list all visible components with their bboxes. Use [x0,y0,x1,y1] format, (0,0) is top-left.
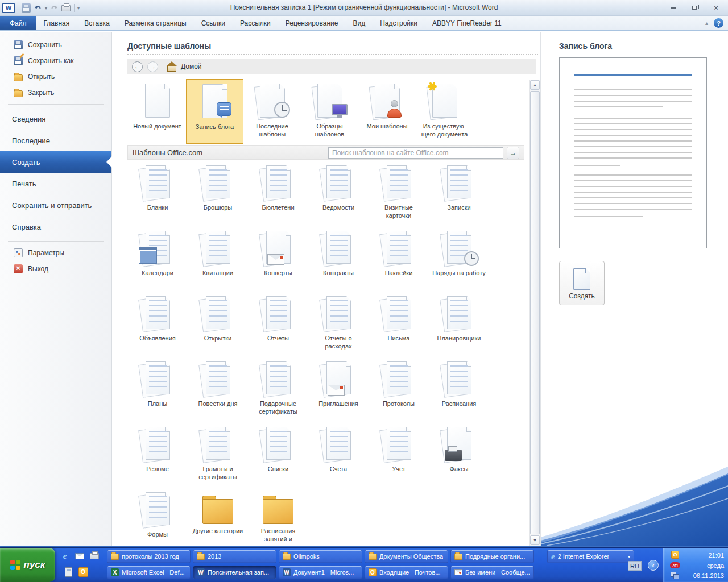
taskbar-button-folder[interactable]: Подрядные органи... [450,550,534,563]
template-memos[interactable]: Записки [429,163,489,228]
tab-insert[interactable]: Вставка [77,16,117,30]
template-schedules[interactable]: Расписания [429,359,489,425]
tab-view[interactable]: Вид [345,16,373,30]
template-plans[interactable]: Планы [127,359,188,425]
template-brochures[interactable]: Брошюры [188,163,248,228]
sidebar-item-options[interactable]: Параметры [0,245,111,261]
taskbar-button-new-message[interactable]: Без имени - Сообще... [450,566,534,579]
template-planners[interactable]: Планировщики [429,294,489,359]
template-lists[interactable]: Списки [248,425,308,490]
language-indicator[interactable]: RU [628,561,642,571]
tab-references[interactable]: Ссылки [194,16,233,30]
template-labels[interactable]: Наклейки [369,228,429,294]
template-minutes[interactable]: Протоколы [369,359,429,425]
template-certificates[interactable]: Грамоты и сертификаты [188,425,248,490]
taskbar-button-folder[interactable]: 2013 [193,550,276,563]
tab-addins[interactable]: Надстройки [373,16,425,30]
scrollbar-thumb[interactable] [530,91,540,534]
group-dropdown-icon[interactable]: ▾ [628,554,630,559]
quicklaunch-calculator[interactable] [63,566,74,577]
sidebar-item-save-as[interactable]: Сохранить как [0,53,111,69]
quicklaunch-outlook[interactable] [77,566,89,577]
tab-abbyy-finereader[interactable]: ABBYY FineReader 11 [425,16,509,30]
tray-ati-icon[interactable] [670,562,680,568]
template-receipts[interactable]: Квитанции [188,228,248,294]
taskbar-button-outlook-inbox[interactable]: Входящие - Почтов... [365,566,448,579]
template-gift-certificates[interactable]: Подарочные сертификаты [248,359,308,425]
template-sample-templates[interactable]: Образцы шаблонов [301,79,358,144]
collapse-ribbon-icon[interactable]: ▴ [705,20,708,26]
scroll-up-icon[interactable]: ▲ [530,80,540,90]
sidebar-item-save[interactable]: Сохранить [0,37,111,53]
taskbar-button-folder[interactable]: протоколы 2013 год [107,550,191,563]
sidebar-item-help[interactable]: Справка [0,216,111,238]
sidebar-item-open[interactable]: Открыть [0,69,111,85]
template-faxes[interactable]: Факсы [429,425,489,490]
template-from-existing[interactable]: Из существую- щего документа [416,79,473,144]
tab-page-layout[interactable]: Разметка страницы [117,16,194,30]
template-my-templates[interactable]: Мои шаблоны [358,79,416,144]
template-new-document[interactable]: Новый документ [129,79,186,144]
sidebar-item-close[interactable]: Закрыть [0,85,111,101]
tray-collapse-icon[interactable]: ‹ [648,560,659,571]
template-announcements[interactable]: Объявления [127,294,188,359]
back-icon[interactable]: ← [132,61,143,72]
taskbar-button-excel[interactable]: Microsoft Excel - Def... [107,566,191,579]
template-newsletters[interactable]: Бюллетени [248,163,308,228]
home-label[interactable]: Домой [181,63,202,70]
template-expense-reports[interactable]: Отчеты о расходах [308,294,369,359]
minimize-button[interactable] [665,3,680,12]
quicklaunch-internet-explorer[interactable] [59,550,71,562]
sidebar-item-info[interactable]: Сведения [0,108,111,130]
create-button[interactable]: Создать [559,261,605,305]
template-blog-post[interactable]: Запись блога [186,79,243,144]
tray-network-icon[interactable] [671,572,679,579]
taskbar-button-folder[interactable]: Документы Общества [365,550,448,563]
sidebar-item-new[interactable]: Создать [0,151,111,173]
template-recent-templates[interactable]: Последние шаблоны [243,79,301,144]
tab-mailings[interactable]: Рассылки [233,16,278,30]
template-resumes[interactable]: Резюме [127,425,188,490]
forward-icon[interactable]: → [147,61,158,72]
sidebar-item-print[interactable]: Печать [0,173,111,194]
template-accounting[interactable]: Учет [369,425,429,490]
template-envelopes[interactable]: Конверты [248,228,308,294]
template-lesson-schedules[interactable]: Расписания занятий и [248,490,308,546]
template-search-input[interactable] [328,147,503,159]
template-reports[interactable]: Отчеты [248,294,308,359]
quicklaunch-outlook-express[interactable] [74,550,85,562]
tab-file[interactable]: Файл [0,16,36,30]
scroll-down-icon[interactable]: ▼ [530,535,540,545]
search-go-icon[interactable]: → [507,147,519,159]
tab-home[interactable]: Главная [36,16,77,30]
template-forms[interactable]: Формы [127,490,188,546]
taskbar-button-word-active[interactable]: Пояснительная зап... [193,566,276,579]
template-invoices[interactable]: Счета [308,425,369,490]
taskbar-button-internet-explorer-group[interactable]: 2 Internet Explorer▾ [547,550,634,563]
template-calendars[interactable]: Календари [127,228,188,294]
template-work-orders[interactable]: Наряды на работу [429,228,489,294]
template-more-categories[interactable]: Другие категории [188,490,248,546]
template-statements[interactable]: Ведомости [308,163,369,228]
restore-button[interactable] [687,3,702,12]
tab-review[interactable]: Рецензирование [278,16,346,30]
home-icon[interactable] [167,63,176,70]
vertical-scrollbar[interactable]: ▲ ▼ [529,80,540,546]
template-postcards[interactable]: Открытки [188,294,248,359]
sidebar-item-recent[interactable]: Последние [0,130,111,151]
template-business-cards[interactable]: Визитные карточки [369,163,429,228]
sidebar-item-exit[interactable]: Выход [0,261,111,277]
sidebar-item-save-and-send[interactable]: Сохранить и отправить [0,194,111,216]
close-button[interactable]: × [709,3,723,12]
help-icon[interactable]: ? [714,18,723,28]
template-contracts[interactable]: Контракты [308,228,369,294]
template-invitations[interactable]: Приглашения [308,359,369,425]
template-agendas[interactable]: Повестки дня [188,359,248,425]
tray-outlook-icon[interactable] [671,551,679,559]
start-button[interactable]: пуск [0,548,55,582]
template-letters[interactable]: Письма [369,294,429,359]
taskbar-button-folder[interactable]: Olimpoks [279,550,362,563]
taskbar-button-word[interactable]: Документ1 - Micros... [279,566,362,579]
quicklaunch-printer[interactable] [89,550,100,562]
template-letterheads[interactable]: Бланки [127,163,188,228]
